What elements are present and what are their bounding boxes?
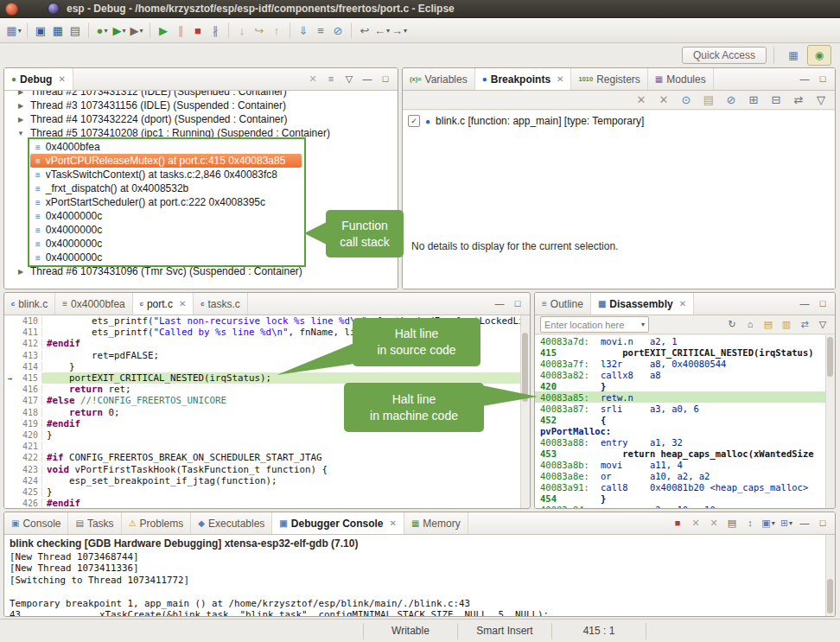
debug-frame-row[interactable]: ≡xPortStartScheduler() at port.c:222 0x4… xyxy=(30,195,398,209)
cpp-perspective-icon[interactable]: ▦ xyxy=(781,45,805,66)
resume-icon[interactable]: ▶ xyxy=(155,21,172,40)
remove-all-terminated-icon[interactable]: ✕ xyxy=(306,72,320,87)
tab-outline[interactable]: ≡Outline xyxy=(535,293,591,315)
view-menu-icon[interactable]: ▽ xyxy=(342,72,356,87)
disassembly-row[interactable]: 40083a8e:or a10, a2, a2 xyxy=(535,470,826,481)
go-to-pc-icon[interactable]: ⌂ xyxy=(743,317,757,333)
debug-thread-row[interactable]: ▶Thread #2 1073431312 (IDLE) (Suspended … xyxy=(4,91,398,99)
run-icon[interactable]: ▶▾ xyxy=(111,21,128,40)
debug-frame-row[interactable]: ≡0x4000bfea xyxy=(30,140,398,154)
minimize-icon[interactable]: — xyxy=(798,516,811,531)
save-all-icon[interactable]: ▦ xyxy=(49,21,67,40)
disassembly-row[interactable]: 40083a82:callx8 a8 xyxy=(535,369,826,380)
disassembly-row[interactable]: 40083a94:or a2, a10, a10 xyxy=(535,504,826,508)
clear-console-icon[interactable]: ▤ xyxy=(725,516,739,531)
debug-thread-row[interactable]: ▼Thread #5 1073410208 (ipc1 : Running) (… xyxy=(4,126,398,140)
scrollbar-thumb[interactable] xyxy=(522,333,528,402)
window-close-button[interactable] xyxy=(5,3,18,16)
debug-frame-row[interactable]: ≡vPortCPUReleaseMutex() at port.c:415 0x… xyxy=(30,154,302,168)
maximize-icon[interactable]: □ xyxy=(816,72,830,87)
disassembly-row[interactable]: 453 return heap_caps_malloc(xWantedSize xyxy=(535,448,826,459)
collapse-all-icon[interactable]: ⊟ xyxy=(767,91,785,110)
disassembly-row[interactable]: pvPortMalloc: xyxy=(535,425,826,436)
new-wizard-icon[interactable]: ▦▾ xyxy=(5,21,22,40)
tab-disassembly[interactable]: ▦Disassembly✕ xyxy=(591,293,694,315)
disassembly-row[interactable]: 40083a87:srli a3, a0, 6 xyxy=(535,403,826,414)
refresh-view-icon[interactable]: ↻ xyxy=(725,317,739,333)
debug-frame-row[interactable]: ≡_frxt_dispatch() at 0x4008532b xyxy=(30,181,398,195)
twisty-collapsed-icon[interactable]: ▶ xyxy=(16,116,25,124)
tab-registers[interactable]: 1010Registers xyxy=(571,68,647,90)
close-tab-icon[interactable]: ✕ xyxy=(179,299,186,308)
close-tab-icon[interactable]: ✕ xyxy=(557,74,563,84)
remove-breakpoint-icon[interactable]: ✕ xyxy=(633,91,650,110)
close-tab-icon[interactable]: ✕ xyxy=(390,518,397,528)
back-icon[interactable]: ←▾ xyxy=(373,21,391,40)
maximize-icon[interactable]: □ xyxy=(511,296,525,312)
debug-perspective-icon[interactable]: ◉ xyxy=(807,45,831,66)
tab-tasks-c[interactable]: ctasks.c xyxy=(194,293,248,315)
disassembly-row[interactable]: 40083a88:entry a1, 32 xyxy=(535,436,826,448)
last-edit-location-icon[interactable]: ↩ xyxy=(356,21,373,40)
tab-variables[interactable]: (x)=Variables xyxy=(403,68,475,90)
disassembly-row[interactable]: 420} xyxy=(535,380,826,391)
chevron-down-icon[interactable]: ▾ xyxy=(641,321,645,328)
view-menu-icon[interactable]: ▽ xyxy=(816,317,830,333)
debug-frame-row[interactable]: ≡vTaskSwitchContext() at tasks.c:2,846 0… xyxy=(30,168,398,181)
drop-to-frame-icon[interactable]: ⇓ xyxy=(295,21,312,40)
tab-0x4000bfea[interactable]: ≡0x4000bfea xyxy=(55,293,133,315)
disassembly-scrollbar[interactable] xyxy=(825,335,835,508)
terminate-icon[interactable]: ■ xyxy=(189,21,207,40)
open-console-icon[interactable]: ⊞▾ xyxy=(780,516,793,531)
terminate-icon[interactable]: ■ xyxy=(671,516,684,531)
instruction-stepping-toggle-icon[interactable]: ≡ xyxy=(324,72,338,87)
twisty-collapsed-icon[interactable]: ▶ xyxy=(16,91,25,96)
skip-all-breakpoints-icon[interactable]: ⊘ xyxy=(329,21,347,40)
remove-all-breakpoints-icon[interactable]: ✕ xyxy=(655,91,672,110)
tab-modules[interactable]: ▦Modules xyxy=(648,68,714,90)
show-opcodes-icon[interactable]: ▥ xyxy=(780,317,793,333)
tab-executables[interactable]: ◆Executables xyxy=(191,512,272,534)
show-breakpoints-for-icon[interactable]: ⊙ xyxy=(678,91,695,110)
minimize-icon[interactable]: — xyxy=(798,72,811,87)
tab-breakpoints[interactable]: ●Breakpoints✕ xyxy=(475,68,572,90)
breakpoint-checkbox[interactable]: ✓ xyxy=(408,115,420,127)
twisty-expanded-icon[interactable]: ▼ xyxy=(16,130,25,137)
tab-memory[interactable]: ▦Memory xyxy=(404,512,468,534)
quick-access-button[interactable]: Quick Access xyxy=(682,47,767,64)
close-tab-icon[interactable]: ✕ xyxy=(58,74,65,84)
disassembly-row[interactable]: 452{ xyxy=(535,414,826,425)
debug-icon[interactable]: ●▾ xyxy=(93,21,111,40)
maximize-icon[interactable]: □ xyxy=(816,516,830,531)
disassembly-row[interactable]: 40083a7d:movi.n a2, 1 xyxy=(535,335,826,346)
minimize-icon[interactable]: — xyxy=(360,72,374,87)
tab-tasks[interactable]: ▤Tasks xyxy=(68,512,121,534)
step-return-icon[interactable]: ↑ xyxy=(268,21,285,40)
console-output[interactable]: [New Thread 1073468744][New Thread 10734… xyxy=(4,551,826,616)
debug-thread-row[interactable]: ▶Thread #4 1073432224 (dport) (Suspended… xyxy=(4,112,398,126)
external-tools-icon[interactable]: ▶▾ xyxy=(128,21,145,40)
disassembly-row[interactable]: 40083a91:call8 0x40081b20 <heap_caps_mal… xyxy=(535,481,826,493)
twisty-collapsed-icon[interactable]: ▶ xyxy=(16,102,25,110)
tab-blink-c[interactable]: cblink.c xyxy=(4,293,55,315)
skip-all-breakpoints-icon[interactable]: ⊘ xyxy=(722,91,740,110)
display-selected-console-icon[interactable]: ▣▾ xyxy=(761,516,775,531)
sync-with-stack-frame-icon[interactable]: ⇄ xyxy=(798,317,811,333)
breakpoint-item[interactable]: ✓ ● blink.c [function: app_main] [type: … xyxy=(403,111,835,129)
tab-debugger-console[interactable]: ▣Debugger Console✕ xyxy=(272,512,404,534)
disassembly-row[interactable]: 415 portEXIT_CRITICAL_NESTED(irqStatus) xyxy=(535,346,826,358)
remove-all-launches-icon[interactable]: ✕ xyxy=(707,516,721,531)
debug-thread-row[interactable]: ▶Thread #3 1073431156 (IDLE) (Suspended … xyxy=(4,99,398,112)
scrollbar-thumb[interactable] xyxy=(827,579,833,613)
disassembly-row[interactable]: 40083a8b:movi a11, 4 xyxy=(535,459,826,470)
show-source-icon[interactable]: ▤ xyxy=(761,317,775,333)
view-menu-icon[interactable]: ▽ xyxy=(812,91,830,110)
suspend-icon[interactable]: ∥ xyxy=(172,21,189,40)
maximize-icon[interactable]: □ xyxy=(379,72,392,87)
disassembly-row[interactable]: 40083a85:retw.n xyxy=(535,391,826,403)
debug-thread-row[interactable]: ▶Thread #6 1073431096 (Tmr Svc) (Suspend… xyxy=(4,264,398,278)
instruction-stepping-icon[interactable]: ≡ xyxy=(312,21,329,40)
minimize-icon[interactable]: — xyxy=(493,296,506,312)
print-icon[interactable]: ▤ xyxy=(67,21,84,40)
step-over-icon[interactable]: ↪ xyxy=(251,21,268,40)
